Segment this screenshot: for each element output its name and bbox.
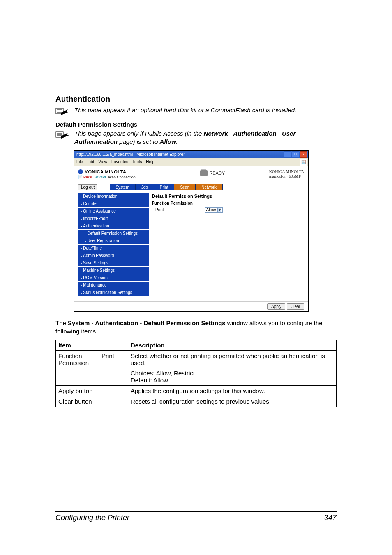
tab-system[interactable]: System [110,184,135,190]
para-fragment: The [55,319,68,326]
note-hard-disk: This page appears if an optional hard di… [55,106,337,117]
nav-counter[interactable]: Counter [78,200,149,208]
tab-bar: System Job Print Scan Network [110,184,223,190]
desc-line: Default: Allow [131,377,168,384]
nav-device-information[interactable]: Device Information [78,193,149,200]
items-table: Item Description Function Permission Pri… [55,340,337,407]
pagescope-prefix1: PAGE [83,175,94,179]
nav-machine-settings[interactable]: Machine Settings [78,267,149,274]
window-menubar: File Edit View Favorites Tools Help 🪟 [74,158,308,166]
note-icon [55,106,73,117]
logout-button[interactable]: Log out [78,184,97,190]
nav-default-permission-settings[interactable]: Default Permission Settings [78,230,149,237]
th-item: Item [56,340,128,351]
pagescope-text: Web Connection [108,175,135,179]
cell-item: Clear button [56,396,128,407]
content-area: Default Permission Settings Function Per… [152,193,304,298]
note-hard-disk-text: This page appears if an optional hard di… [73,106,296,114]
menu-file[interactable]: File [76,160,83,164]
row-print-label: Print [155,208,164,212]
clear-button[interactable]: Clear [287,303,304,310]
cell-description: Select whether or not printing is permit… [128,351,337,386]
note-public-access: This page appears only if Public Access … [55,130,337,146]
printer-icon [200,170,208,176]
note-allow: Allow [160,138,176,145]
pagescope-logo-icon: 📄 [78,175,83,179]
menu-favorites[interactable]: Favorites [111,160,128,164]
table-row: Apply button Applies the configuration s… [56,386,337,396]
device-model: magicolor 4695MF [269,174,304,178]
menu-edit[interactable]: Edit [87,160,94,164]
menu-tools[interactable]: Tools [132,160,142,164]
nav-online-assistance[interactable]: Online Assistance [78,208,149,215]
tab-scan[interactable]: Scan [174,184,196,190]
page-footer: Configuring the Printer 347 [55,511,337,522]
section-title: Default Permission Settings [152,194,304,199]
tab-job[interactable]: Job [136,184,154,190]
nav-status-notification[interactable]: Status Notification Settings [78,289,149,296]
tab-print[interactable]: Print [154,184,175,190]
window-title: http://192.168.1.2/a_index.html - Micros… [76,152,184,157]
desc-line: Applies the configuration settings for t… [131,387,334,394]
note-fragment: This page appears only if Public Access … [74,130,204,137]
note-public-access-text: This page appears only if Public Access … [73,130,337,146]
desc-line: Choices: Allow, Restrict [131,370,195,377]
cell-description: Resets all configuration settings to pre… [128,396,337,407]
close-button[interactable]: × [300,151,307,158]
footer-title: Configuring the Printer [55,513,129,522]
apply-button[interactable]: Apply [267,303,285,310]
nav-import-export[interactable]: Import/Export [78,215,149,222]
maximize-button[interactable]: □ [292,151,299,158]
km-logo-icon [78,169,83,174]
ie-logo-icon: 🪟 [300,159,307,166]
menu-view[interactable]: View [98,160,107,164]
nav-admin-password[interactable]: Admin Password [78,252,149,259]
table-row: Function Permission Print Select whether… [56,351,337,386]
note-fragment: page) is set to [118,138,160,145]
note-fragment: . [176,138,178,145]
para-bold: System - Authentication - Default Permis… [68,319,226,326]
pagescope-prefix2: SCOPE [95,175,108,179]
minimize-button[interactable]: _ [284,151,291,158]
desc-line: Select whether or not printing is permit… [131,352,334,366]
status-ready: READY [209,171,225,176]
nav-maintenance[interactable]: Maintenance [78,282,149,289]
page-number: 347 [324,513,337,522]
cell-item: Apply button [56,386,128,396]
heading-default-permission: Default Permission Settings [55,121,337,128]
window-titlebar: http://192.168.1.2/a_index.html - Micros… [74,151,308,158]
menu-help[interactable]: Help [146,160,154,164]
table-row: Clear button Resets all configuration se… [56,396,337,407]
side-nav: Device Information Counter Online Assist… [78,193,149,298]
brand-name: KONICA MINOLTA [85,169,127,174]
note-icon [55,130,73,140]
tab-network[interactable]: Network [196,184,223,190]
heading-authentication: Authentication [55,95,337,104]
chevron-down-icon: ▾ [217,208,221,212]
nav-authentication[interactable]: Authentication [78,222,149,230]
cell-item: Function Permission [56,351,99,386]
desc-line: Resets all configuration settings to pre… [131,398,334,405]
sub-title: Function Permission [152,201,304,206]
device-brand: KONICA MINOLTA [269,169,304,174]
nav-save-settings[interactable]: Save Settings [78,259,149,267]
cell-description: Applies the configuration settings for t… [128,386,337,396]
th-description: Description [128,340,337,351]
embedded-screenshot: http://192.168.1.2/a_index.html - Micros… [74,150,309,312]
print-permission-select[interactable]: Allow ▾ [205,207,223,213]
nav-rom-version[interactable]: ROM Version [78,274,149,282]
nav-user-registration[interactable]: User Registration [78,237,149,245]
intro-paragraph: The System - Authentication - Default Pe… [55,319,337,336]
select-value: Allow [206,208,216,212]
nav-date-time[interactable]: Date/Time [78,245,149,252]
cell-subitem: Print [99,351,128,386]
